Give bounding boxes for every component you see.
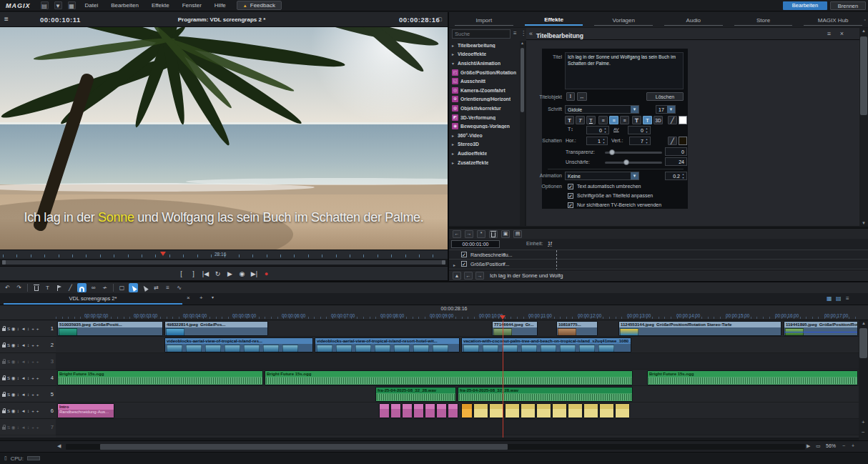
paste-keyframe-button[interactable]: ▤ <box>513 230 522 238</box>
tab-import[interactable]: Import <box>455 17 513 26</box>
tab-effekte[interactable]: Effekte <box>525 16 583 26</box>
redo-button[interactable]: ↷ <box>14 283 24 292</box>
menu-effekte[interactable]: Effekte <box>145 2 176 9</box>
checkbox-checked-icon[interactable]: ✓ <box>568 184 573 189</box>
scroll-down-icon[interactable]: ▼ <box>862 221 866 225</box>
track-zoom-in-icon[interactable]: + <box>862 419 865 425</box>
track-6-video-hide-button[interactable]: ◉ <box>11 408 15 413</box>
clip-pinkmini[interactable] <box>436 403 447 418</box>
checkbox-checked-icon[interactable]: ✓ <box>461 252 467 257</box>
checkbox-checked-icon[interactable]: ✓ <box>568 202 573 208</box>
preview-scrollbar[interactable] <box>0 259 448 267</box>
unit-value[interactable]: 1f <box>548 241 552 247</box>
timeline-hscrollbar-handle[interactable] <box>100 444 508 450</box>
track-1-lock-button[interactable] <box>2 326 6 331</box>
view-menu-icon[interactable]: ≡ <box>846 295 849 302</box>
scroll-left-icon[interactable]: ◀ <box>57 443 61 449</box>
shadow-color-swatch[interactable] <box>679 137 687 145</box>
tree-scrollbar[interactable]: ▲ <box>520 41 525 226</box>
hamburger-icon[interactable]: ≡ <box>4 15 9 23</box>
preview-playhead-marker[interactable] <box>160 252 166 259</box>
menu-bearbeiten[interactable]: Bearbeiten <box>104 2 145 9</box>
track-5-height-button[interactable]: ↕ <box>26 392 30 397</box>
clip-119441895-jpeg[interactable]: 119441895.jpeg Größe/Position/Rota... <box>784 321 858 336</box>
clip-bright-future-15s-ogg[interactable]: Bright Future 15s.ogg <box>647 370 858 385</box>
feedback-button[interactable]: ▲ Feedback <box>237 1 282 10</box>
fit-view-icon[interactable]: ▭ <box>816 443 821 449</box>
blur-value-box[interactable]: 24 <box>665 157 687 166</box>
clip-pinkmini[interactable] <box>425 403 435 418</box>
track-zoom-out-icon[interactable]: − <box>862 429 865 435</box>
back-icon[interactable]: « <box>529 28 533 40</box>
track-2-audio-mute-button[interactable]: ◄ <box>21 342 25 347</box>
zoom-in-icon[interactable]: + <box>852 443 854 448</box>
edit-mode-button[interactable]: Bearbeiten <box>783 1 827 10</box>
track-1-transition-button[interactable]: ↕ <box>16 326 20 331</box>
panel-close-icon[interactable]: × <box>840 28 844 40</box>
track-6-move-button[interactable]: + <box>36 408 39 413</box>
clip-1124553144-jpeg[interactable]: 1124553144.jpeg Größe/Position/Rotation … <box>618 321 781 336</box>
track-3-audio-mute-button[interactable]: ◄ <box>21 359 25 364</box>
text-cursor-tool-icon[interactable]: I <box>566 92 575 101</box>
clip-fra-25-04-2025-08-32-28-wav[interactable]: fra-25-04-2025-08_32_28.wav <box>458 387 633 402</box>
track-1-video-hide-button[interactable]: ◉ <box>11 326 15 331</box>
track-2-fx-button[interactable]: + <box>31 342 35 347</box>
scroll-up-icon[interactable]: ▲ <box>862 29 866 33</box>
preview-scrollbar-handle[interactable] <box>2 260 445 265</box>
track-1-solo-button[interactable]: S <box>7 326 11 331</box>
checkbox-checked-icon[interactable]: ✓ <box>568 193 573 199</box>
tree-scrollbar-thumb[interactable] <box>521 48 524 112</box>
clip-vacation-with-coconut-palm-tree-and-beach-on-tropical-island-s2uq41mwe-1080-d-mp4[interactable]: vacation-with-coconut-palm-tree-and-beac… <box>461 337 631 352</box>
fx-item-bewegungs-vorlagen[interactable]: ◉Bewegungs-Vorlagen <box>449 122 525 131</box>
align-center-button[interactable]: ≡ <box>609 116 618 124</box>
italic-button[interactable]: T <box>576 116 585 124</box>
object-mode-button[interactable]: ⇄ <box>152 283 161 292</box>
mouse-mode-button[interactable] <box>129 283 138 292</box>
blur-slider-knob[interactable] <box>623 159 629 165</box>
clip-yellow[interactable] <box>583 403 598 418</box>
magnet-button[interactable] <box>77 283 87 292</box>
title-overlay-text[interactable]: Ich lag in der Sonne und Wolfgang las se… <box>0 210 448 225</box>
font-color-swatch[interactable] <box>679 116 687 124</box>
transparency-slider[interactable] <box>605 152 662 154</box>
title-button[interactable]: T <box>43 283 52 292</box>
clip-498322814-jpeg[interactable]: 498322814.jpeg Größe/Pos... <box>164 321 268 336</box>
spinner-icons[interactable]: ▴▾ <box>644 127 649 134</box>
track-3-move-button[interactable]: + <box>36 359 39 364</box>
jump-end-button[interactable]: ▶| <box>251 270 258 277</box>
clip-77146644-jpeg[interactable]: 77146644.jpeg Gr... <box>492 321 538 336</box>
ripple-button[interactable]: ≡ <box>163 283 172 292</box>
range-in-button[interactable]: [ <box>178 270 185 277</box>
kerning-input[interactable]: 0▴▾ <box>628 126 651 134</box>
font-family-select[interactable]: Gidole▼ <box>565 105 639 114</box>
chevron-down-icon[interactable]: ▼ <box>631 106 638 113</box>
tab-magix-hub[interactable]: MAGIX Hub <box>804 17 862 26</box>
track-6-transition-button[interactable]: ↕ <box>16 408 20 413</box>
marker-button[interactable] <box>54 283 64 292</box>
track-4-height-button[interactable]: ↕ <box>26 375 30 380</box>
track-2-lock-button[interactable] <box>2 342 6 347</box>
option-text-automatisch-umbrechen[interactable]: ✓Text automatisch umbrechen <box>568 182 686 191</box>
fx-group-360-video[interactable]: ▸360°-Video <box>449 131 525 140</box>
clip-yellow[interactable] <box>599 403 614 418</box>
track-row-3[interactable] <box>56 353 859 370</box>
track-3-video-hide-button[interactable]: ◉ <box>11 359 15 364</box>
shadow-hor-input[interactable]: 1▴▾ <box>586 137 608 145</box>
align-right-button[interactable]: ≡ <box>620 116 629 124</box>
clip-pinkmini[interactable] <box>402 403 413 418</box>
track-4-video-hide-button[interactable]: ◉ <box>11 375 15 380</box>
clip-orange[interactable] <box>461 403 473 418</box>
preview-ruler[interactable]: 28:16 <box>0 250 448 259</box>
spinner-icons[interactable]: ▴▾ <box>681 172 686 179</box>
track-4-solo-button[interactable]: S <box>7 375 11 380</box>
track-2-video-hide-button[interactable]: ◉ <box>11 342 15 347</box>
fx-group-ansicht-animation[interactable]: ▾Ansicht/Animation <box>449 59 525 68</box>
tab-close-icon[interactable]: × <box>187 295 190 301</box>
track-5-fx-button[interactable]: + <box>31 392 35 397</box>
track-2-height-button[interactable]: ↕ <box>26 342 30 347</box>
track-1-fx-button[interactable]: + <box>31 326 35 331</box>
transparency-value-box[interactable]: 0 <box>665 147 687 156</box>
record-button[interactable]: ● <box>263 270 270 277</box>
tab-menu-icon[interactable]: ▾ <box>212 295 214 300</box>
clip-yellow[interactable] <box>552 403 567 418</box>
